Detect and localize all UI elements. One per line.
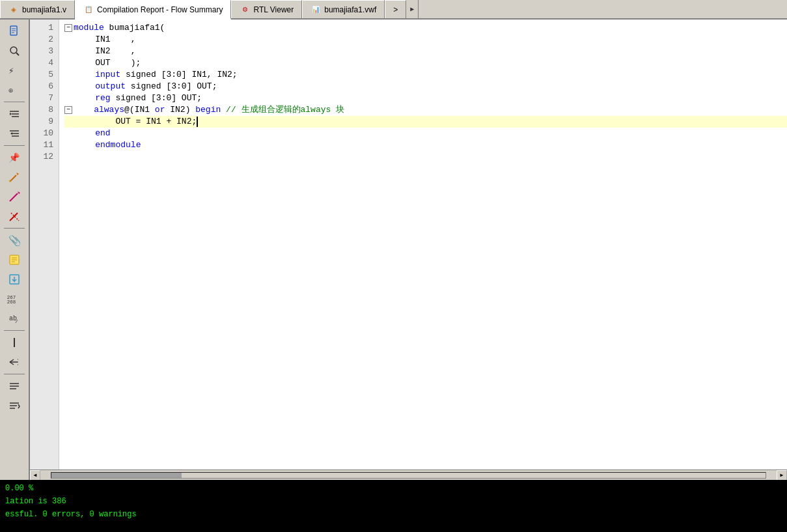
token-8-3: or [155, 104, 165, 116]
horizontal-scrollbar[interactable]: ◀ ▶ [30, 469, 787, 480]
code-line-12 [64, 151, 787, 163]
left-toolbar: ⚡⊕📌✦📎267268ab/ [0, 20, 30, 480]
svg-line-21 [11, 213, 19, 221]
svg-text:📌: 📌 [8, 152, 20, 163]
svg-text:/: / [15, 318, 18, 324]
btn-file[interactable] [5, 22, 23, 40]
token-4-0: OUT ); [75, 57, 141, 69]
token-8-2: @(IN1 [124, 104, 155, 116]
fold-icon-1[interactable]: − [64, 24, 72, 32]
svg-text:⚡: ⚡ [8, 66, 14, 76]
btn-wand2[interactable] [5, 188, 23, 206]
code-line-6: output signed [3:0] OUT; [64, 81, 787, 92]
btn-coords[interactable]: 267268 [5, 290, 23, 308]
code-line-1: −module bumajiafa1( [64, 22, 787, 34]
tab-rtl-viewer[interactable]: ⚙RTL Viewer [231, 0, 302, 18]
btn-wand1[interactable]: ✦ [5, 168, 23, 186]
line-num-8: 8 [30, 104, 59, 116]
btn-ab[interactable]: ab/ [5, 309, 23, 328]
scrollbar-track[interactable] [51, 472, 766, 479]
line-num-12: 12 [30, 151, 59, 163]
tab-bumajiafa1-v[interactable]: ◈bumajiafa1.v [0, 0, 75, 18]
btn-search[interactable] [5, 42, 23, 60]
main-area: ⚡⊕📌✦📎267268ab/ 123456789101112 −module b… [0, 20, 787, 480]
token-3-0: IN2 , [75, 46, 136, 57]
waveform-icon: 📊 [311, 5, 321, 15]
svg-text:⊕: ⊕ [8, 87, 13, 96]
tab-label: > [393, 5, 398, 14]
report-icon: 📋 [83, 5, 94, 15]
btn-indent-less[interactable] [5, 124, 23, 143]
status-line-0: 0.00 % [5, 483, 782, 494]
code-line-5: input signed [3:0] IN1, IN2; [64, 69, 787, 81]
svg-line-18 [10, 193, 18, 201]
line-num-7: 7 [30, 92, 59, 104]
overflow-arrow: ▶ [410, 5, 414, 13]
svg-text:✦: ✦ [8, 178, 12, 183]
tab-label: RTL Viewer [253, 5, 294, 14]
svg-marker-19 [18, 191, 20, 194]
tab-overflow-btn[interactable]: ▶ [406, 0, 419, 18]
token-8-7: 生成组合逻辑的always 块 [242, 104, 345, 116]
sep1 [4, 102, 25, 102]
sep4 [4, 330, 25, 331]
line-num-1: 1 [30, 22, 59, 34]
token-8-4: IN2) [165, 104, 195, 116]
token-10-1: end [95, 128, 110, 139]
code-line-11: endmodule [64, 139, 787, 151]
scrollbar-thumb[interactable] [51, 473, 182, 478]
text-cursor [197, 117, 198, 127]
btn-arrow-r[interactable] [5, 353, 23, 371]
btn-align[interactable] [5, 377, 23, 395]
code-line-3: IN2 , [64, 46, 787, 57]
editor-area: 123456789101112 −module bumajiafa1( IN1 … [30, 20, 787, 480]
line-num-10: 10 [30, 128, 59, 139]
token-8-1: always [94, 104, 124, 116]
status-line-2: essful. 0 errors, 0 warnings [5, 509, 782, 520]
token-5-1: input [95, 69, 120, 81]
fold-icon-8[interactable]: − [64, 106, 72, 114]
token-6-0 [75, 81, 95, 92]
code-content[interactable]: −module bumajiafa1( IN1 , IN2 , OUT ); i… [59, 20, 787, 469]
btn-attach[interactable]: 📎 [5, 231, 23, 249]
tab-compilation-report[interactable]: 📋Compilation Report - Flow Summary [75, 0, 231, 20]
scroll-left-arrow[interactable]: ◀ [30, 470, 40, 481]
sep2 [4, 145, 25, 146]
verilog-icon: ◈ [8, 5, 19, 15]
scroll-right-arrow[interactable]: ▶ [777, 470, 787, 481]
tab-overflow[interactable]: > [385, 0, 406, 18]
btn-download[interactable] [5, 270, 23, 288]
code-line-7: reg signed [3:0] OUT; [64, 92, 787, 104]
line-num-11: 11 [30, 139, 59, 151]
tab-label: Compilation Report - Flow Summary [97, 5, 223, 14]
sep5 [4, 374, 25, 374]
token-5-2: signed [3:0] IN1, IN2; [120, 69, 237, 81]
btn-cross[interactable] [5, 207, 23, 225]
token-1-0: module [74, 22, 109, 34]
token-11-0 [75, 139, 95, 151]
btn-indent-more[interactable] [5, 105, 23, 123]
rtl-icon: ⚙ [240, 5, 250, 15]
code-container[interactable]: 123456789101112 −module bumajiafa1( IN1 … [30, 20, 787, 469]
sep3 [4, 228, 25, 229]
btn-magic[interactable]: ⊕ [5, 81, 23, 99]
tab-label: bumajiafa1.vwf [324, 5, 376, 14]
svg-text:📎: 📎 [8, 234, 20, 246]
btn-vline[interactable] [5, 333, 23, 352]
code-line-9: OUT = IN1 + IN2; [64, 116, 787, 128]
line-num-5: 5 [30, 69, 59, 81]
token-5-0 [75, 69, 95, 81]
btn-hierarchy[interactable]: ⚡ [5, 61, 23, 79]
code-line-8: − always@(IN1 or IN2) begin // 生成组合逻辑的al… [64, 104, 787, 116]
line-num-6: 6 [30, 81, 59, 92]
token-1-1: bumajiafa1( [109, 22, 165, 34]
line-num-4: 4 [30, 57, 59, 69]
token-7-0 [75, 92, 95, 104]
tab-bar: ◈bumajiafa1.v📋Compilation Report - Flow … [0, 0, 787, 20]
btn-pin[interactable]: 📌 [5, 148, 23, 167]
line-num-9: 9 [30, 116, 59, 128]
token-8-5: begin [195, 104, 221, 116]
btn-sort[interactable] [5, 397, 23, 415]
tab-waveform[interactable]: 📊bumajiafa1.vwf [302, 0, 385, 18]
btn-note[interactable] [5, 251, 23, 269]
